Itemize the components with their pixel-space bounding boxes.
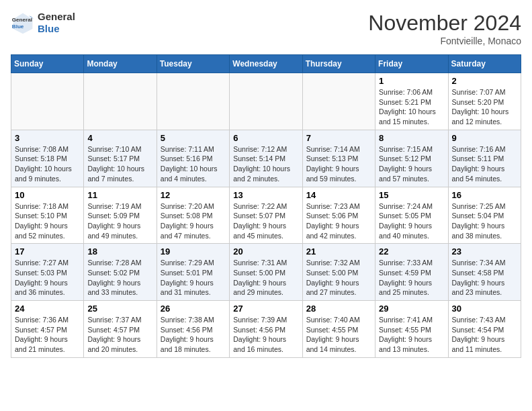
day-info: Sunrise: 7:25 AM Sunset: 5:04 PM Dayligh… bbox=[452, 201, 517, 241]
day-info: Sunrise: 7:27 AM Sunset: 5:03 PM Dayligh… bbox=[15, 258, 80, 298]
day-number: 9 bbox=[452, 133, 517, 143]
calendar-cell: 30Sunrise: 7:43 AM Sunset: 4:54 PM Dayli… bbox=[448, 301, 521, 358]
day-info: Sunrise: 7:10 AM Sunset: 5:17 PM Dayligh… bbox=[87, 144, 152, 184]
calendar-cell: 4Sunrise: 7:10 AM Sunset: 5:17 PM Daylig… bbox=[84, 130, 157, 187]
day-number: 25 bbox=[87, 304, 152, 314]
col-monday: Monday bbox=[84, 55, 157, 73]
day-info: Sunrise: 7:40 AM Sunset: 4:55 PM Dayligh… bbox=[306, 315, 371, 355]
day-number: 13 bbox=[233, 190, 298, 200]
day-info: Sunrise: 7:41 AM Sunset: 4:55 PM Dayligh… bbox=[379, 315, 444, 355]
day-info: Sunrise: 7:11 AM Sunset: 5:16 PM Dayligh… bbox=[161, 144, 226, 184]
day-number: 16 bbox=[452, 190, 517, 200]
day-info: Sunrise: 7:36 AM Sunset: 4:57 PM Dayligh… bbox=[15, 315, 80, 355]
location: Fontvieille, Monaco bbox=[368, 36, 521, 46]
col-saturday: Saturday bbox=[448, 55, 521, 73]
day-number: 19 bbox=[161, 246, 226, 257]
day-info: Sunrise: 7:32 AM Sunset: 5:00 PM Dayligh… bbox=[306, 258, 371, 298]
day-number: 3 bbox=[15, 133, 80, 143]
month-title: November 2024 bbox=[368, 11, 521, 36]
calendar-header-row: Sunday Monday Tuesday Wednesday Thursday… bbox=[11, 55, 521, 73]
calendar-cell bbox=[302, 73, 375, 130]
calendar-cell: 27Sunrise: 7:39 AM Sunset: 4:56 PM Dayli… bbox=[230, 301, 302, 358]
day-number: 10 bbox=[15, 190, 80, 200]
day-info: Sunrise: 7:22 AM Sunset: 5:07 PM Dayligh… bbox=[233, 201, 298, 241]
calendar-cell: 6Sunrise: 7:12 AM Sunset: 5:14 PM Daylig… bbox=[230, 130, 302, 187]
day-info: Sunrise: 7:31 AM Sunset: 5:00 PM Dayligh… bbox=[233, 258, 298, 298]
day-number: 17 bbox=[15, 246, 80, 257]
day-number: 7 bbox=[306, 133, 371, 143]
calendar-cell: 25Sunrise: 7:37 AM Sunset: 4:57 PM Dayli… bbox=[84, 301, 157, 358]
svg-text:General: General bbox=[12, 17, 32, 23]
calendar-cell: 18Sunrise: 7:28 AM Sunset: 5:02 PM Dayli… bbox=[84, 244, 157, 301]
day-number: 29 bbox=[379, 304, 444, 314]
calendar-cell: 20Sunrise: 7:31 AM Sunset: 5:00 PM Dayli… bbox=[230, 244, 302, 301]
col-thursday: Thursday bbox=[302, 55, 375, 73]
svg-text:Blue: Blue bbox=[12, 24, 24, 30]
calendar-cell bbox=[230, 73, 302, 130]
day-info: Sunrise: 7:06 AM Sunset: 5:21 PM Dayligh… bbox=[379, 87, 444, 127]
day-number: 12 bbox=[161, 190, 226, 200]
calendar-week-3: 10Sunrise: 7:18 AM Sunset: 5:10 PM Dayli… bbox=[11, 187, 521, 244]
day-number: 8 bbox=[379, 133, 444, 143]
calendar-week-5: 24Sunrise: 7:36 AM Sunset: 4:57 PM Dayli… bbox=[11, 301, 521, 358]
day-info: Sunrise: 7:23 AM Sunset: 5:06 PM Dayligh… bbox=[306, 201, 371, 241]
logo: General Blue General Blue bbox=[11, 11, 75, 35]
calendar-week-2: 3Sunrise: 7:08 AM Sunset: 5:18 PM Daylig… bbox=[11, 130, 521, 187]
day-number: 26 bbox=[161, 304, 226, 314]
day-number: 22 bbox=[379, 246, 444, 257]
calendar-cell: 29Sunrise: 7:41 AM Sunset: 4:55 PM Dayli… bbox=[375, 301, 448, 358]
day-number: 28 bbox=[306, 304, 371, 314]
col-wednesday: Wednesday bbox=[230, 55, 302, 73]
calendar-week-4: 17Sunrise: 7:27 AM Sunset: 5:03 PM Dayli… bbox=[11, 244, 521, 301]
day-info: Sunrise: 7:12 AM Sunset: 5:14 PM Dayligh… bbox=[233, 144, 298, 184]
calendar-week-1: 1Sunrise: 7:06 AM Sunset: 5:21 PM Daylig… bbox=[11, 73, 521, 130]
calendar-cell: 3Sunrise: 7:08 AM Sunset: 5:18 PM Daylig… bbox=[11, 130, 84, 187]
calendar-cell: 21Sunrise: 7:32 AM Sunset: 5:00 PM Dayli… bbox=[302, 244, 375, 301]
calendar-cell: 28Sunrise: 7:40 AM Sunset: 4:55 PM Dayli… bbox=[302, 301, 375, 358]
day-info: Sunrise: 7:29 AM Sunset: 5:01 PM Dayligh… bbox=[161, 258, 226, 298]
day-info: Sunrise: 7:16 AM Sunset: 5:11 PM Dayligh… bbox=[452, 144, 517, 184]
day-number: 5 bbox=[161, 133, 226, 143]
calendar-cell: 11Sunrise: 7:19 AM Sunset: 5:09 PM Dayli… bbox=[84, 187, 157, 244]
day-info: Sunrise: 7:39 AM Sunset: 4:56 PM Dayligh… bbox=[233, 315, 298, 355]
calendar-cell: 24Sunrise: 7:36 AM Sunset: 4:57 PM Dayli… bbox=[11, 301, 84, 358]
day-number: 11 bbox=[87, 190, 152, 200]
day-info: Sunrise: 7:24 AM Sunset: 5:05 PM Dayligh… bbox=[379, 201, 444, 241]
col-friday: Friday bbox=[375, 55, 448, 73]
day-number: 2 bbox=[452, 76, 517, 86]
day-info: Sunrise: 7:18 AM Sunset: 5:10 PM Dayligh… bbox=[15, 201, 80, 241]
calendar-cell: 9Sunrise: 7:16 AM Sunset: 5:11 PM Daylig… bbox=[448, 130, 521, 187]
day-info: Sunrise: 7:07 AM Sunset: 5:20 PM Dayligh… bbox=[452, 87, 517, 127]
calendar-cell: 23Sunrise: 7:34 AM Sunset: 4:58 PM Dayli… bbox=[448, 244, 521, 301]
title-block: November 2024 Fontvieille, Monaco bbox=[368, 11, 521, 46]
day-number: 15 bbox=[379, 190, 444, 200]
day-number: 1 bbox=[379, 76, 444, 86]
calendar-table: Sunday Monday Tuesday Wednesday Thursday… bbox=[11, 54, 521, 358]
day-number: 23 bbox=[452, 246, 517, 257]
calendar-cell bbox=[157, 73, 229, 130]
calendar-cell: 1Sunrise: 7:06 AM Sunset: 5:21 PM Daylig… bbox=[375, 73, 448, 130]
calendar-cell: 10Sunrise: 7:18 AM Sunset: 5:10 PM Dayli… bbox=[11, 187, 84, 244]
day-number: 14 bbox=[306, 190, 371, 200]
day-info: Sunrise: 7:37 AM Sunset: 4:57 PM Dayligh… bbox=[87, 315, 152, 355]
calendar-cell bbox=[11, 73, 84, 130]
day-info: Sunrise: 7:34 AM Sunset: 4:58 PM Dayligh… bbox=[452, 258, 517, 298]
calendar-cell: 15Sunrise: 7:24 AM Sunset: 5:05 PM Dayli… bbox=[375, 187, 448, 244]
calendar-cell: 12Sunrise: 7:20 AM Sunset: 5:08 PM Dayli… bbox=[157, 187, 229, 244]
logo-blue: Blue bbox=[38, 23, 60, 34]
day-info: Sunrise: 7:19 AM Sunset: 5:09 PM Dayligh… bbox=[87, 201, 152, 241]
calendar-cell: 17Sunrise: 7:27 AM Sunset: 5:03 PM Dayli… bbox=[11, 244, 84, 301]
page-header: General Blue General Blue November 2024 … bbox=[11, 11, 521, 46]
calendar-cell: 2Sunrise: 7:07 AM Sunset: 5:20 PM Daylig… bbox=[448, 73, 521, 130]
calendar-cell: 16Sunrise: 7:25 AM Sunset: 5:04 PM Dayli… bbox=[448, 187, 521, 244]
day-number: 24 bbox=[15, 304, 80, 314]
day-info: Sunrise: 7:14 AM Sunset: 5:13 PM Dayligh… bbox=[306, 144, 371, 184]
col-tuesday: Tuesday bbox=[157, 55, 229, 73]
day-info: Sunrise: 7:20 AM Sunset: 5:08 PM Dayligh… bbox=[161, 201, 226, 241]
day-info: Sunrise: 7:08 AM Sunset: 5:18 PM Dayligh… bbox=[15, 144, 80, 184]
calendar-cell: 8Sunrise: 7:15 AM Sunset: 5:12 PM Daylig… bbox=[375, 130, 448, 187]
calendar-cell bbox=[84, 73, 157, 130]
calendar-cell: 14Sunrise: 7:23 AM Sunset: 5:06 PM Dayli… bbox=[302, 187, 375, 244]
day-info: Sunrise: 7:43 AM Sunset: 4:54 PM Dayligh… bbox=[452, 315, 517, 355]
day-number: 6 bbox=[233, 133, 298, 143]
